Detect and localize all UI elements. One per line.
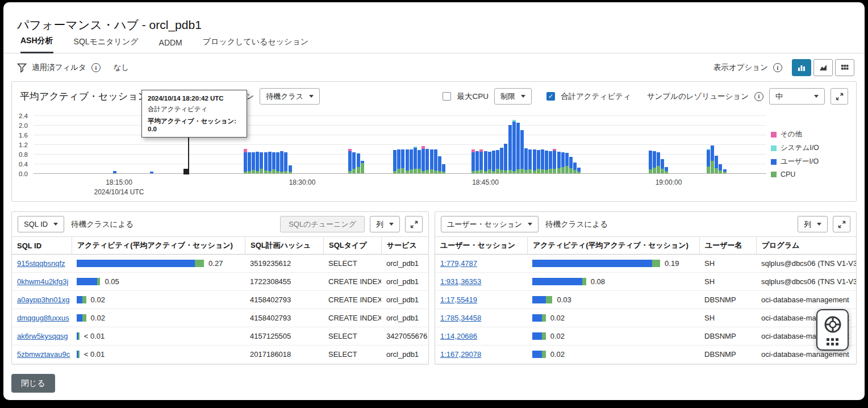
chart-bar-segment-user_io	[496, 150, 499, 169]
activity-value: 0.02	[550, 332, 565, 340]
activity-value: 0.27	[208, 259, 223, 268]
user-name-cell: DBSNMP	[699, 291, 756, 309]
chart-bar-segment-cpu	[569, 168, 573, 173]
wait-class-dropdown[interactable]: 待機クラス	[260, 88, 320, 105]
chart-bar	[565, 153, 569, 173]
chart-bar-segment-user_io	[711, 145, 714, 161]
time-slider-handle[interactable]	[183, 169, 189, 174]
chart-bar-segment-user_io	[557, 152, 561, 168]
chart-bar	[438, 156, 441, 173]
chart-bar	[252, 152, 255, 174]
user-session-link[interactable]: 1:167,29078	[440, 350, 481, 359]
chart-bar-segment-user_io	[425, 149, 429, 170]
max-cpu-checkbox[interactable]	[443, 92, 451, 101]
sql-id-link[interactable]: ak6rw5kysqqsg	[17, 332, 68, 340]
user-name-cell: SH	[699, 273, 756, 290]
tab-ブロックしているセッション[interactable]: ブロックしているセッション	[203, 37, 308, 53]
x-axis-tick-label: 18:15:002024/10/14 UTC	[80, 178, 159, 196]
chart-bar-segment-cpu	[252, 170, 255, 173]
activity-bar	[532, 260, 660, 267]
user-session-link[interactable]: 1:14,20686	[440, 332, 477, 340]
activity-cell: 0.02	[527, 345, 699, 363]
chart-bar-segment-user_io	[707, 150, 710, 166]
user-session-link[interactable]: 1:779,4787	[440, 259, 477, 268]
chart-bar-segment-cpu	[496, 169, 499, 173]
chart-bar	[414, 147, 417, 173]
legend-item-user_io: ユーザーI/O	[771, 157, 819, 166]
tab-ASH分析[interactable]: ASH分析	[20, 36, 53, 53]
chart-bar	[479, 149, 483, 173]
gridline	[34, 173, 766, 174]
chart-bar	[545, 151, 548, 173]
grid-view-button[interactable]	[835, 59, 854, 76]
chart-bar-segment-user_io	[276, 152, 279, 171]
chart-bar-segment-cpu	[553, 169, 556, 173]
activity-value: 0.19	[665, 259, 679, 268]
x-axis: 18:15:002024/10/14 UTC18:30:0018:45:0019…	[34, 178, 766, 198]
chart-bar	[537, 150, 540, 173]
total-activity-checkbox[interactable]: ✓	[546, 92, 555, 101]
sql-id-link[interactable]: 915stqqbsnqfz	[17, 259, 65, 268]
tab-ADDM[interactable]: ADDM	[159, 38, 182, 53]
plan-hash-cell: 3519235612	[245, 255, 323, 272]
sql-id-cell: 0khwm4u2kfg3j	[12, 273, 72, 290]
resolution-dropdown[interactable]: 中	[769, 88, 825, 105]
chart-bar	[524, 148, 528, 173]
tooltip-series: 合計アクティビティ	[148, 105, 241, 114]
info-icon[interactable]: i	[773, 63, 782, 72]
chart-bar-segment-cpu	[268, 171, 272, 173]
resolution-dropdown-value: 中	[775, 91, 783, 102]
session-dimension-dropdown[interactable]: ユーザー・セッション	[441, 216, 539, 232]
expand-icon	[836, 93, 844, 101]
sql-tuning-button[interactable]: SQLのチューニング	[280, 216, 365, 232]
line-chart-view-button[interactable]	[813, 59, 833, 76]
line-chart-icon	[819, 63, 828, 72]
sql-id-link[interactable]: a0aypp3hn01xg	[17, 295, 70, 304]
chart-bar	[516, 123, 520, 173]
close-button[interactable]: 閉じる	[11, 374, 55, 393]
sql-id-link[interactable]: 0khwm4u2kfg3j	[17, 277, 68, 286]
sql-panel: SQL ID 待機クラスによる SQLのチューニング 列 SQL ID アクティ…	[11, 211, 429, 365]
activity-bar	[532, 332, 546, 340]
program-cell: oci-database-management	[756, 291, 856, 309]
user-session-link[interactable]: 1:931,36353	[440, 277, 481, 286]
chart-bar	[256, 152, 259, 173]
chart-bar	[512, 120, 516, 173]
expand-chart-button[interactable]	[831, 88, 848, 105]
activity-cell: 0.02	[527, 327, 699, 345]
chart-bar	[500, 148, 503, 173]
activity-bar	[532, 351, 546, 358]
sql-id-link[interactable]: dmqgug8fuxxus	[17, 314, 69, 322]
chevron-down-icon	[389, 223, 394, 226]
bar-chart-view-button[interactable]	[792, 59, 811, 76]
info-icon[interactable]: i	[91, 63, 101, 72]
sql-dimension-dropdown[interactable]: SQL ID	[18, 216, 64, 232]
activity-bar-user_io	[532, 296, 546, 303]
user-session-cell: 1:779,4787	[435, 255, 527, 272]
sql-id-link[interactable]: 5zbmwztavau9c	[17, 350, 70, 359]
chart-bar-segment-cpu	[561, 167, 565, 173]
limit-dropdown[interactable]: 制限	[494, 88, 532, 105]
session-columns-dropdown-value: 列	[804, 219, 811, 230]
activity-bar	[532, 278, 586, 285]
info-icon[interactable]: i	[754, 92, 763, 101]
sql-dimension-dropdown-value: SQL ID	[24, 220, 48, 228]
chart-bar	[430, 149, 433, 173]
service-cell: orcl_pdb1	[381, 273, 428, 290]
activity-bar-cpu	[542, 314, 546, 322]
user-session-link[interactable]: 1:17,55419	[440, 295, 477, 304]
activity-bar-user_io	[532, 314, 542, 322]
expand-sql-panel-button[interactable]	[405, 216, 423, 232]
chart-bar-segment-user_io	[500, 148, 503, 170]
expand-sessions-panel-button[interactable]	[833, 216, 850, 232]
user-session-link[interactable]: 1:785,34458	[440, 314, 481, 322]
assistant-widget[interactable]	[816, 309, 849, 351]
chart-bar-segment-user_io	[268, 152, 272, 171]
session-columns-dropdown[interactable]: 列	[798, 216, 828, 232]
activity-cell: 0.19	[527, 255, 699, 272]
tab-SQLモニタリング[interactable]: SQLモニタリング	[74, 37, 139, 53]
user-name-cell: SH	[699, 309, 756, 327]
sessions-table-header: ユーザー・セッション アクティビティ(平均アクティブ・セッション) ユーザー名 …	[435, 237, 856, 255]
chart-bar-segment-cpu	[471, 171, 475, 173]
sql-columns-dropdown[interactable]: 列	[370, 216, 400, 232]
